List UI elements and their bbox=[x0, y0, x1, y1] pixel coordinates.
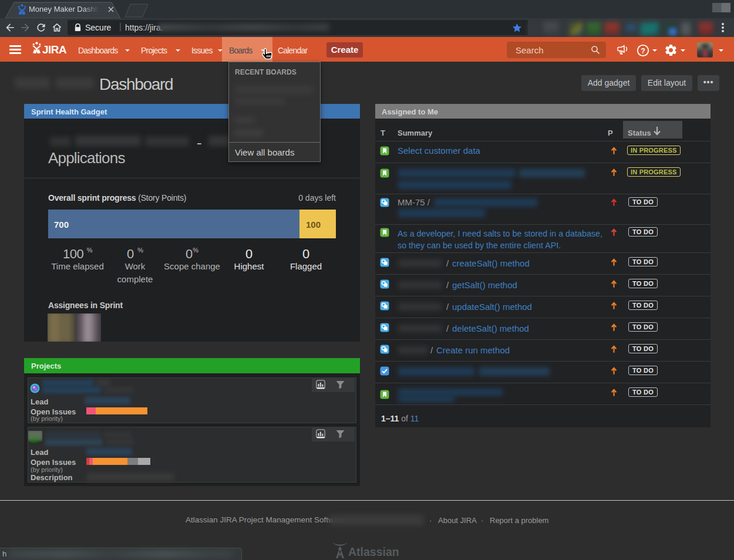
svg-text:?: ? bbox=[641, 47, 645, 55]
